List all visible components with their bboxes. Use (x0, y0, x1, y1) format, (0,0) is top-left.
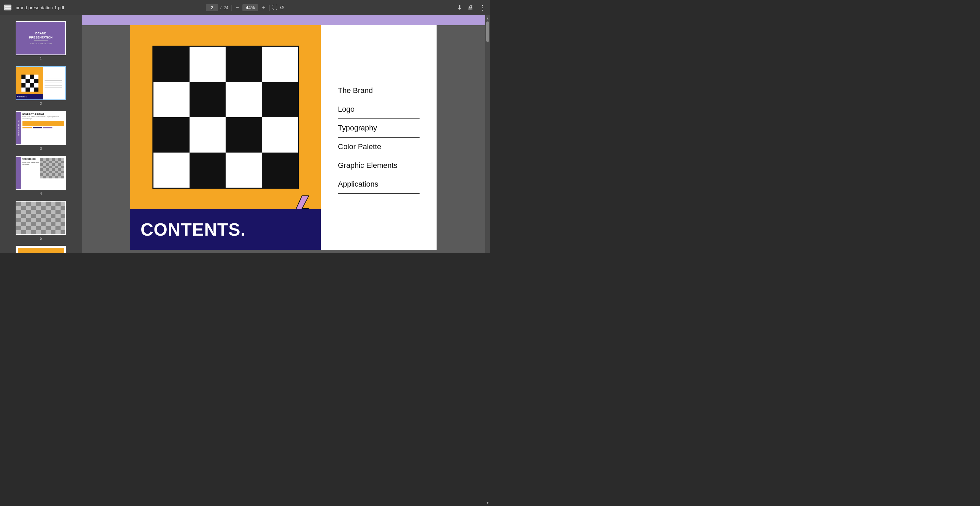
thumb-number-1: 1 (40, 56, 42, 61)
print-button[interactable]: 🖨 (468, 4, 474, 11)
toc-label-3: Typography (338, 124, 420, 132)
checker-cell (153, 117, 189, 153)
right-scrollbar[interactable]: ▲ ▼ (485, 15, 490, 253)
rotate-button[interactable]: ↺ (280, 5, 284, 11)
checker-cell (226, 153, 262, 188)
thumbnail-4[interactable]: URBAN DESIGN Lorem ipsum dolor sit amet … (0, 153, 82, 198)
slide-left: CONTENTS. (130, 25, 321, 250)
download-button[interactable]: ⬇ (457, 4, 462, 11)
checker-cell (189, 47, 226, 82)
toc-label-2: Logo (338, 105, 420, 114)
checker-cell (153, 47, 189, 82)
more-button[interactable]: ⋮ (479, 3, 486, 11)
checker-cell (189, 153, 226, 188)
thumb-number-3: 3 (40, 147, 42, 150)
thumbnail-3[interactable]: ABOUT THE BRAND NAME OF THE BRAND Lorem … (0, 108, 82, 153)
thumb-frame-3: ABOUT THE BRAND NAME OF THE BRAND Lorem … (16, 111, 66, 145)
contents-bar: CONTENTS. (130, 209, 321, 250)
thumb-number-2: 2 (40, 102, 42, 105)
toc-label-4: Color Palette (338, 142, 420, 151)
checker-cell (153, 153, 189, 188)
thumb1-title: BRANDPRESENTATION (29, 32, 52, 40)
toc-item-1: The Brand (338, 81, 420, 100)
slide-page: CONTENTS. The Brand Logo Typography Colo… (130, 25, 437, 250)
toolbar-left: brand-presentation-1.pdf (4, 5, 64, 11)
content-area[interactable]: CONTENTS. The Brand Logo Typography Colo… (82, 15, 485, 253)
slide-right: The Brand Logo Typography Color Palette … (321, 25, 437, 250)
file-title: brand-presentation-1.pdf (16, 5, 64, 10)
zoom-out-button[interactable]: − (234, 3, 240, 12)
thumbnail-6[interactable]: Lorem ipsum dolor sit amet 6 (0, 243, 82, 253)
contents-title: CONTENTS. (140, 219, 246, 240)
toc-item-3: Typography (338, 119, 420, 137)
toc-item-4: Color Palette (338, 137, 420, 156)
zoom-in-button[interactable]: + (260, 3, 267, 12)
page-total: 24 (224, 5, 228, 10)
zoom-display: 44% (243, 4, 258, 11)
toolbar-center: 2 / 24 | − 44% + | ⛶ ↺ (206, 3, 284, 12)
fit-page-button[interactable]: ⛶ (272, 5, 278, 11)
checker-cell (226, 117, 262, 153)
toolbar: brand-presentation-1.pdf 2 / 24 | − 44% … (0, 0, 490, 15)
thumb-frame-2: CONTENTS. (16, 66, 66, 100)
thumbnail-2[interactable]: CONTENTS. 2 (0, 63, 82, 108)
checker-cell (262, 117, 298, 153)
page-control: 2 (206, 4, 218, 11)
checker-cell (153, 82, 189, 118)
page-separator: / (220, 5, 221, 10)
thumb-frame-6: Lorem ipsum dolor sit amet (16, 246, 66, 253)
thumbnail-1[interactable]: BRANDPRESENTATION NAME OF THE BRAND 1 (0, 18, 82, 63)
toc-item-2: Logo (338, 100, 420, 119)
checker-board (153, 46, 299, 188)
main-layout: BRANDPRESENTATION NAME OF THE BRAND 1 (0, 15, 490, 253)
thumb-number-4: 4 (40, 192, 42, 195)
thumb-frame-1: BRANDPRESENTATION NAME OF THE BRAND (16, 21, 66, 55)
thumb-frame-5 (16, 201, 66, 235)
thumb-number-5: 5 (40, 236, 42, 240)
checker-cell (226, 82, 262, 118)
checker-cell (189, 117, 226, 153)
page-input[interactable]: 2 (208, 5, 215, 10)
thumb-frame-4: URBAN DESIGN Lorem ipsum dolor sit amet … (16, 156, 66, 190)
menu-button[interactable] (4, 5, 11, 11)
thumbnail-5[interactable]: 5 (0, 198, 82, 243)
checker-cell (226, 47, 262, 82)
toc-label-5: Graphic Elements (338, 161, 420, 170)
purple-strip (82, 15, 485, 25)
divider-1: | (231, 4, 232, 11)
checker-cell (262, 153, 298, 188)
checker-cell (262, 47, 298, 82)
toc-label-1: The Brand (338, 86, 420, 95)
sidebar[interactable]: BRANDPRESENTATION NAME OF THE BRAND 1 (0, 15, 82, 253)
toc-item-6: Applications (338, 175, 420, 194)
checker-cell (262, 82, 298, 118)
divider-2: | (269, 4, 270, 11)
toc-item-5: Graphic Elements (338, 156, 420, 175)
toc-label-6: Applications (338, 180, 420, 188)
checker-cell (189, 82, 226, 118)
toolbar-right: ⬇ 🖨 ⋮ (457, 3, 486, 11)
scroll-thumb[interactable] (486, 21, 489, 42)
